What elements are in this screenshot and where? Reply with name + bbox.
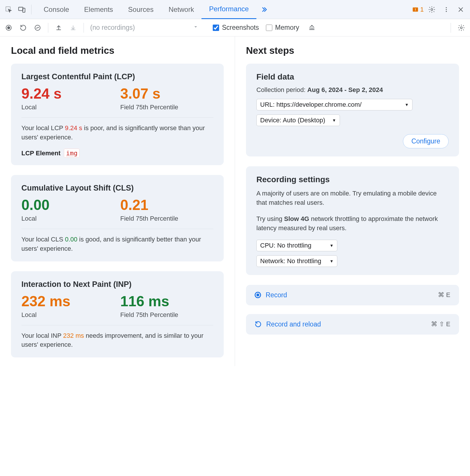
inp-local-value: 232 ms xyxy=(21,294,114,309)
lcp-local-label: Local xyxy=(21,104,114,111)
lcp-element-label: LCP Element xyxy=(21,150,60,157)
download-icon[interactable] xyxy=(67,22,79,34)
chevron-down-icon[interactable] xyxy=(193,24,198,31)
cls-description: Your local CLS 0.00 is good, and is sign… xyxy=(21,235,213,253)
url-select[interactable]: URL: https://developer.chrome.com/ ▼ xyxy=(256,99,412,110)
cpu-throttle-select[interactable]: CPU: No throttling ▼ xyxy=(256,240,337,251)
metrics-heading: Local and field metrics xyxy=(11,45,224,56)
inp-title: Interaction to Next Paint (INP) xyxy=(21,280,213,289)
reload-icon[interactable] xyxy=(17,22,29,34)
device-toggle-icon[interactable] xyxy=(16,4,28,15)
recording-settings-desc-2: Try using Slow 4G network throttling to … xyxy=(256,214,449,233)
record-reload-label: Record and reload xyxy=(266,320,321,328)
cls-field-value: 0.21 xyxy=(120,197,213,213)
lcp-element-tag[interactable]: img xyxy=(64,149,79,158)
lcp-field-label: Field 75th Percentile xyxy=(120,104,213,111)
cls-card: Cumulative Layout Shift (CLS) 0.00 Local… xyxy=(11,175,224,261)
more-tabs-icon[interactable] xyxy=(256,0,272,19)
device-select[interactable]: Device: Auto (Desktop) ▼ xyxy=(256,115,340,126)
warnings-count: 1 xyxy=(420,6,424,13)
divider xyxy=(84,23,84,33)
cls-local-value: 0.00 xyxy=(21,197,114,213)
chevron-down-icon: ▼ xyxy=(405,102,409,107)
field-data-title: Field data xyxy=(256,72,449,82)
record-icon[interactable] xyxy=(3,22,14,34)
settings-gear-icon[interactable] xyxy=(425,3,438,16)
record-dot-icon xyxy=(255,292,261,298)
close-icon[interactable] xyxy=(454,3,467,16)
tab-elements[interactable]: Elements xyxy=(77,0,121,19)
recording-settings-desc-1: A majority of users are on mobile. Try e… xyxy=(256,189,449,207)
memory-checkbox[interactable]: Memory xyxy=(266,24,299,32)
svg-point-8 xyxy=(446,9,447,10)
record-shortcut: ⌘ E xyxy=(438,291,450,299)
recording-settings-title: Recording settings xyxy=(256,175,449,184)
more-menu-icon[interactable] xyxy=(440,3,453,16)
recordings-dropdown-label[interactable]: (no recordings) xyxy=(90,24,135,32)
lcp-field-value: 3.07 s xyxy=(120,86,213,102)
cls-local-label: Local xyxy=(21,215,114,222)
svg-rect-1 xyxy=(18,7,23,10)
svg-point-7 xyxy=(446,7,447,8)
record-reload-shortcut: ⌘ ⇧ E xyxy=(431,320,450,328)
inp-field-label: Field 75th Percentile xyxy=(120,311,213,319)
cls-field-label: Field 75th Percentile xyxy=(120,215,213,222)
tab-network[interactable]: Network xyxy=(161,0,201,19)
inp-description: Your local INP 232 ms needs improvement,… xyxy=(21,331,213,350)
network-throttle-select[interactable]: Network: No throttling ▼ xyxy=(256,255,337,267)
gc-icon[interactable] xyxy=(306,22,318,34)
svg-point-13 xyxy=(460,27,462,29)
inp-local-label: Local xyxy=(21,311,114,319)
warnings-badge[interactable]: 1 xyxy=(412,6,424,13)
svg-point-11 xyxy=(8,27,10,29)
panel-tabs: Console Elements Sources Network Perform… xyxy=(36,0,272,19)
divider xyxy=(48,23,48,33)
lcp-card: Largest Contentful Paint (LCP) 9.24 s Lo… xyxy=(11,64,224,165)
inspect-element-icon[interactable] xyxy=(3,4,14,15)
record-label: Record xyxy=(266,291,287,299)
lcp-description: Your local LCP 9.24 s is poor, and is si… xyxy=(21,123,213,142)
lcp-title: Largest Contentful Paint (LCP) xyxy=(21,72,213,81)
next-steps-heading: Next steps xyxy=(246,45,459,56)
record-action[interactable]: Record ⌘ E xyxy=(246,285,459,305)
screenshots-checkbox[interactable]: Screenshots xyxy=(213,24,259,32)
lcp-element-row: LCP Element img xyxy=(21,150,213,157)
performance-toolbar: (no recordings) Screenshots Memory xyxy=(0,19,470,36)
inp-field-value: 116 ms xyxy=(120,294,213,309)
svg-rect-4 xyxy=(415,8,416,10)
divider xyxy=(451,23,451,33)
main-content: Local and field metrics Largest Contentf… xyxy=(0,36,470,366)
record-reload-action[interactable]: Record and reload ⌘ ⇧ E xyxy=(246,314,459,335)
cls-title: Cumulative Layout Shift (CLS) xyxy=(21,184,213,193)
cpu-throttle-label: CPU: No throttling xyxy=(260,242,311,249)
inp-card: Interaction to Next Paint (INP) 232 ms L… xyxy=(11,271,224,358)
lcp-local-value: 9.24 s xyxy=(21,86,114,102)
memory-label: Memory xyxy=(275,24,299,32)
tab-console[interactable]: Console xyxy=(36,0,77,19)
upload-icon[interactable] xyxy=(53,22,64,34)
field-data-card: Field data Collection period: Aug 6, 202… xyxy=(246,64,459,156)
reload-icon xyxy=(255,321,262,328)
device-select-label: Device: Auto (Desktop) xyxy=(260,117,325,124)
screenshots-label: Screenshots xyxy=(222,24,259,32)
panel-settings-gear-icon[interactable] xyxy=(456,22,467,34)
chevron-down-icon: ▼ xyxy=(330,243,334,248)
recording-settings-card: Recording settings A majority of users a… xyxy=(246,166,459,275)
svg-point-6 xyxy=(431,8,433,10)
tab-sources[interactable]: Sources xyxy=(121,0,161,19)
network-throttle-label: Network: No throttling xyxy=(260,257,321,265)
clear-icon[interactable] xyxy=(32,22,43,34)
url-select-label: URL: https://developer.chrome.com/ xyxy=(260,101,362,108)
devtools-topbar: Console Elements Sources Network Perform… xyxy=(0,0,470,19)
next-steps-column: Next steps Field data Collection period:… xyxy=(235,36,470,366)
local-field-metrics: Local and field metrics Largest Contentf… xyxy=(0,36,235,366)
chevron-down-icon: ▼ xyxy=(330,259,334,263)
collection-period: Collection period: Aug 6, 2024 - Sep 2, … xyxy=(256,86,449,94)
chevron-down-icon: ▼ xyxy=(332,118,336,123)
divider xyxy=(31,5,32,14)
svg-rect-5 xyxy=(415,10,416,11)
svg-point-9 xyxy=(446,11,447,12)
configure-button[interactable]: Configure xyxy=(403,134,449,148)
tab-performance[interactable]: Performance xyxy=(201,0,256,19)
